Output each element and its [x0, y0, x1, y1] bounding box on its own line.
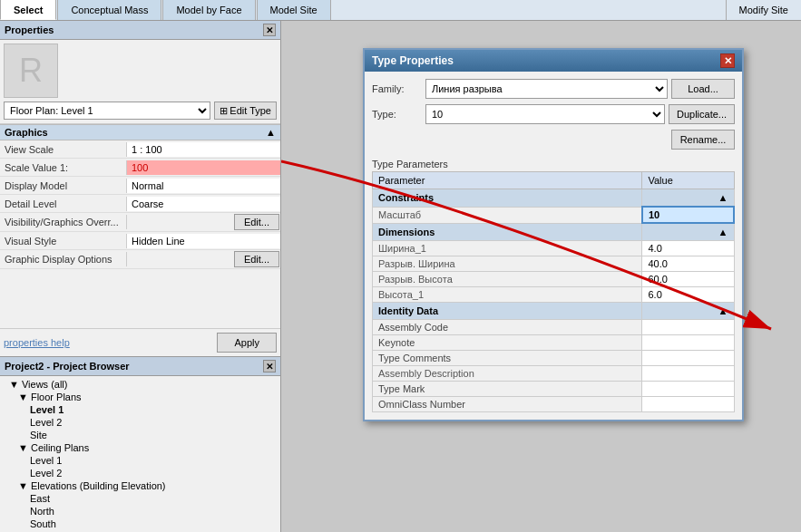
param-value-keynote[interactable]: [642, 335, 734, 351]
graphics-section-header: Graphics ▲: [0, 124, 280, 140]
tab-modify-site[interactable]: Modify Site: [726, 0, 801, 20]
type-select[interactable]: 10: [425, 104, 665, 124]
param-value-vysota1[interactable]: 6.0: [642, 287, 734, 303]
prop-label-display-model: Display Model: [0, 179, 127, 193]
dialog-close-btn[interactable]: ✕: [720, 53, 735, 68]
prop-value-display-model[interactable]: Normal: [127, 179, 280, 193]
tree-item-level2-ceiling[interactable]: Level 2: [5, 467, 276, 479]
param-label-vysota1: Высота_1: [373, 287, 642, 303]
prop-value-graphic-display: Edit...: [127, 250, 280, 268]
properties-scroll-area[interactable]: View Scale 1 : 100 Scale Value 1: 100 Di…: [0, 140, 280, 328]
prop-value-scale-value[interactable]: 100: [127, 160, 280, 175]
param-label-shirina1: Ширина_1: [373, 241, 642, 256]
prop-value-detail-level[interactable]: Coarse: [127, 197, 280, 211]
param-col-header: Parameter: [373, 172, 642, 189]
rename-row: Rename...: [372, 130, 735, 150]
param-value-shirina1[interactable]: 4.0: [642, 241, 734, 256]
params-table: Parameter Value Constraints ▲ Масштаб 10: [372, 171, 735, 412]
param-row-keynote: Keynote: [373, 335, 735, 351]
load-btn[interactable]: Load...: [671, 79, 735, 99]
param-value-omniclass[interactable]: [642, 397, 734, 412]
param-label-assembly-code: Assembly Code: [373, 320, 642, 335]
tree-item-level1-ceiling[interactable]: Level 1: [5, 454, 276, 467]
param-label-type-comments: Type Comments: [373, 351, 642, 366]
prop-logo-r: R: [5, 44, 57, 97]
prop-label-visual-style: Visual Style: [0, 234, 127, 248]
param-value-assembly-desc[interactable]: [642, 366, 734, 382]
section-identity-collapse[interactable]: ▲: [642, 303, 734, 320]
collapse-icon[interactable]: ▲: [266, 127, 276, 138]
section-dimensions: Dimensions ▲: [373, 223, 735, 241]
value-col-header: Value: [642, 172, 734, 189]
tree-item-south[interactable]: South: [5, 517, 276, 530]
prop-row-graphic-display: Graphic Display Options Edit...: [0, 250, 280, 269]
prop-row-visual-style: Visual Style Hidden Line: [0, 232, 280, 250]
prop-value-view-scale[interactable]: 1 : 100: [127, 142, 280, 157]
edit-type-btn[interactable]: ⊞ Edit Type: [214, 102, 277, 120]
tree-item-elevations[interactable]: ▼ Elevations (Building Elevation): [5, 479, 276, 492]
section-identity-label: Identity Data: [373, 303, 642, 320]
tab-select[interactable]: Select: [0, 0, 56, 20]
properties-help-link[interactable]: properties help: [4, 337, 70, 348]
graphics-header-label: Graphics: [5, 127, 48, 138]
dialog-title-bar[interactable]: Type Properties ✕: [365, 50, 742, 72]
tree-item-site-floor[interactable]: Site: [5, 429, 276, 441]
tree-item-east[interactable]: East: [5, 492, 276, 505]
family-select[interactable]: Линия разрыва: [425, 79, 668, 99]
family-row: Family: Линия разрыва Load...: [372, 79, 735, 99]
prop-row-detail-level: Detail Level Coarse: [0, 195, 280, 213]
tab-conceptual-mass[interactable]: Conceptual Mass: [57, 0, 161, 20]
left-panel: Properties ✕ R Floor Plan: Level 1 ⊞ Edi…: [0, 21, 281, 532]
floor-plan-select[interactable]: Floor Plan: Level 1: [4, 102, 210, 120]
param-label-razryv-shirina: Разрыв. Ширина: [373, 256, 642, 272]
project-browser-close-btn[interactable]: ✕: [263, 360, 276, 372]
section-dimensions-collapse[interactable]: ▲: [642, 223, 734, 241]
param-value-assembly-code[interactable]: [642, 320, 734, 335]
tree-item-floor-plans[interactable]: ▼ Floor Plans: [5, 391, 276, 403]
tab-conceptual-mass-label: Conceptual Mass: [71, 5, 148, 15]
tree-item-level2-floor[interactable]: Level 2: [5, 416, 276, 429]
main-toolbar: Select Conceptual Mass Model by Face Mod…: [0, 0, 801, 21]
param-value-masshtab[interactable]: 10: [642, 207, 734, 223]
param-value-razryv-shirina[interactable]: 40.0: [642, 256, 734, 272]
properties-panel-header: Properties ✕: [0, 21, 280, 40]
graphic-display-edit-btn[interactable]: Edit...: [234, 251, 279, 267]
param-value-razryv-vysota[interactable]: 60.0: [642, 272, 734, 287]
main-content: Properties ✕ R Floor Plan: Level 1 ⊞ Edi…: [0, 21, 801, 532]
prop-label-view-scale: View Scale: [0, 142, 127, 157]
param-row-type-comments: Type Comments: [373, 351, 735, 366]
prop-value-vis-graphics: Edit...: [127, 213, 280, 231]
section-constraints-collapse[interactable]: ▲: [642, 189, 734, 208]
properties-title: Properties: [5, 24, 54, 35]
tree-item-level1-floor[interactable]: Level 1: [5, 403, 276, 416]
param-label-razryv-vysota: Разрыв. Высота: [373, 272, 642, 287]
param-value-type-comments[interactable]: [642, 351, 734, 366]
param-label-assembly-desc: Assembly Description: [373, 366, 642, 382]
edit-type-label: Edit Type: [230, 105, 271, 116]
tree-content[interactable]: ▼ Views (all) ▼ Floor Plans Level 1 Leve…: [0, 376, 280, 532]
param-row-assembly-desc: Assembly Description: [373, 366, 735, 382]
prop-value-visual-style[interactable]: Hidden Line: [127, 234, 280, 248]
prop-row-scale-value: Scale Value 1: 100: [0, 159, 280, 177]
prop-label-detail-level: Detail Level: [0, 197, 127, 211]
properties-top: R Floor Plan: Level 1 ⊞ Edit Type: [0, 40, 280, 124]
rename-btn[interactable]: Rename...: [671, 130, 735, 150]
tree-item-ceiling-plans[interactable]: ▼ Ceiling Plans: [5, 441, 276, 454]
param-row-type-mark: Type Mark: [373, 382, 735, 397]
duplicate-btn[interactable]: Duplicate...: [669, 104, 735, 124]
section-constraints: Constraints ▲: [373, 189, 735, 208]
type-properties-dialog: Type Properties ✕ Family: Линия разрыва …: [363, 48, 744, 421]
tree-item-north[interactable]: North: [5, 505, 276, 517]
apply-button[interactable]: Apply: [217, 333, 277, 353]
tab-model-site[interactable]: Model Site: [257, 0, 331, 20]
type-label: Type:: [372, 109, 422, 120]
tree-item-views-all[interactable]: ▼ Views (all): [5, 378, 276, 391]
properties-close-btn[interactable]: ✕: [263, 24, 276, 36]
param-value-type-mark[interactable]: [642, 382, 734, 397]
param-row-masshtab: Масштаб 10: [373, 207, 735, 223]
floor-plan-row: Floor Plan: Level 1 ⊞ Edit Type: [4, 102, 277, 120]
vis-graphics-edit-btn[interactable]: Edit...: [234, 214, 279, 230]
tab-select-label: Select: [14, 5, 43, 15]
tab-model-by-face-label: Model by Face: [176, 5, 241, 15]
tab-model-by-face[interactable]: Model by Face: [162, 0, 255, 20]
